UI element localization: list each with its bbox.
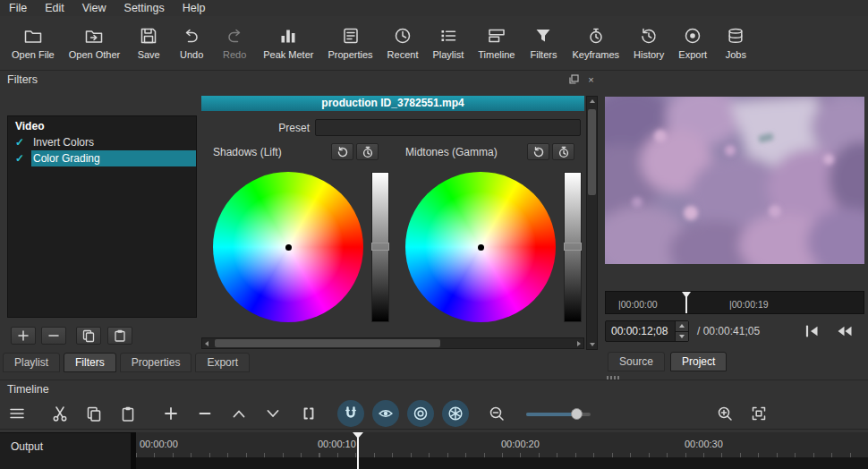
lift-button[interactable] bbox=[226, 400, 252, 427]
output-track-header[interactable]: Output bbox=[0, 432, 131, 469]
filter-item-invert-colors[interactable]: ✓ Invert Colors bbox=[8, 134, 196, 150]
tab-playlist[interactable]: Playlist bbox=[3, 353, 60, 372]
split-button[interactable] bbox=[295, 400, 322, 427]
zoom-slider-fill bbox=[526, 413, 575, 416]
current-time-value[interactable]: 00:00:12;08 bbox=[606, 321, 675, 341]
scrollbar-thumb[interactable] bbox=[588, 109, 596, 195]
scrub-while-dragging-toggle[interactable] bbox=[372, 400, 399, 427]
ripple-toggle[interactable] bbox=[407, 400, 434, 427]
timeline-menu-button[interactable] bbox=[4, 400, 30, 427]
tab-properties[interactable]: Properties bbox=[120, 353, 192, 372]
zoom-slider-handle[interactable] bbox=[571, 408, 583, 420]
open-file-button[interactable]: Open File bbox=[5, 19, 61, 65]
playlist-button[interactable]: Playlist bbox=[426, 19, 470, 65]
zoom-fit-button[interactable] bbox=[745, 400, 772, 427]
midtones-gamma-label: Midtones (Gamma) bbox=[405, 146, 498, 158]
tab-source[interactable]: Source bbox=[608, 352, 665, 371]
menu-settings[interactable]: Settings bbox=[115, 1, 174, 15]
overwrite-button[interactable] bbox=[260, 400, 286, 427]
keyframes-button[interactable]: Keyframes bbox=[566, 19, 625, 65]
wheel-marker[interactable] bbox=[285, 244, 292, 251]
properties-icon bbox=[341, 25, 361, 47]
scroll-down-icon[interactable] bbox=[590, 343, 595, 346]
filters-panel-header: Filters × bbox=[0, 71, 601, 89]
timeline-toolbar bbox=[0, 397, 868, 430]
wheel-marker[interactable] bbox=[478, 244, 484, 251]
undo-button[interactable]: Undo bbox=[171, 19, 212, 65]
midtones-reset-button[interactable] bbox=[527, 143, 549, 160]
scrollbar-thumb[interactable] bbox=[215, 339, 440, 347]
midtones-keyframes-button[interactable] bbox=[552, 143, 574, 160]
menu-help[interactable]: Help bbox=[174, 1, 215, 15]
close-icon[interactable]: × bbox=[585, 73, 597, 85]
open-other-icon bbox=[84, 25, 104, 47]
menu-file[interactable]: File bbox=[0, 1, 36, 15]
preview-playhead-handle[interactable] bbox=[682, 292, 691, 298]
export-button[interactable]: Export bbox=[672, 19, 713, 65]
tab-filters[interactable]: Filters bbox=[64, 353, 116, 372]
slider-handle[interactable] bbox=[371, 243, 389, 251]
tab-export[interactable]: Export bbox=[195, 353, 250, 372]
copy-filters-button[interactable] bbox=[76, 327, 101, 345]
slider-handle[interactable] bbox=[564, 243, 582, 251]
zoom-out-button[interactable] bbox=[483, 400, 510, 427]
ripple-all-tracks-toggle[interactable] bbox=[442, 400, 469, 427]
skip-to-start-button[interactable] bbox=[799, 321, 824, 341]
cut-button[interactable] bbox=[47, 400, 73, 427]
keyframes-icon bbox=[586, 25, 606, 47]
menu-view[interactable]: View bbox=[73, 1, 115, 15]
shadows-level-slider[interactable] bbox=[371, 172, 389, 322]
transport-controls bbox=[799, 321, 856, 341]
filters-icon bbox=[533, 25, 553, 47]
filter-list-header: Video bbox=[8, 116, 196, 134]
filters-button[interactable]: Filters bbox=[523, 19, 564, 65]
midtones-color-wheel[interactable] bbox=[405, 172, 556, 322]
ripple-delete-button[interactable] bbox=[191, 400, 218, 427]
peak-meter-button[interactable]: Peak Meter bbox=[257, 19, 319, 65]
append-button[interactable] bbox=[157, 400, 184, 427]
preset-input[interactable] bbox=[315, 119, 581, 136]
vertical-scrollbar[interactable] bbox=[586, 96, 598, 350]
undo-icon bbox=[182, 25, 201, 47]
scroll-up-icon[interactable] bbox=[590, 99, 595, 103]
zoom-in-button[interactable] bbox=[711, 400, 738, 427]
preview-scrubber[interactable]: |00:00:00 |00:00:19 bbox=[605, 291, 864, 314]
spin-up-icon[interactable] bbox=[676, 321, 688, 332]
shadows-reset-button[interactable] bbox=[331, 143, 353, 160]
tab-project[interactable]: Project bbox=[670, 352, 727, 371]
horizontal-scrollbar[interactable] bbox=[201, 337, 584, 349]
open-other-button[interactable]: Open Other bbox=[63, 19, 126, 65]
menu-edit[interactable]: Edit bbox=[36, 1, 73, 15]
float-icon[interactable] bbox=[568, 73, 580, 85]
checkbox-checked-icon[interactable]: ✓ bbox=[8, 150, 31, 166]
scroll-left-icon[interactable] bbox=[205, 341, 208, 346]
copy-button[interactable] bbox=[81, 400, 107, 427]
recent-button[interactable]: Recent bbox=[381, 19, 425, 65]
jobs-button[interactable]: Jobs bbox=[715, 19, 756, 65]
scroll-right-icon[interactable] bbox=[577, 341, 581, 346]
snap-toggle[interactable] bbox=[337, 400, 364, 427]
filter-item-color-grading[interactable]: ✓ Color Grading bbox=[8, 150, 196, 166]
history-button[interactable]: History bbox=[627, 19, 670, 65]
shadows-keyframes-button[interactable] bbox=[356, 143, 379, 160]
checkbox-checked-icon[interactable]: ✓ bbox=[8, 134, 31, 150]
timeline-ruler[interactable]: 00:00:00 00:00:10 00:00:20 00:00:30 bbox=[136, 432, 868, 457]
timeline-playhead[interactable] bbox=[357, 432, 359, 469]
timecode-spinner[interactable]: 00:00:12;08 bbox=[605, 320, 689, 342]
remove-filter-button[interactable] bbox=[41, 327, 66, 345]
add-filter-button[interactable] bbox=[11, 327, 36, 345]
paste-filters-button[interactable] bbox=[107, 327, 132, 345]
shadows-color-wheel[interactable] bbox=[213, 172, 363, 322]
main-toolbar: Open File Open Other Save Undo Redo Peak bbox=[0, 16, 868, 71]
save-button[interactable]: Save bbox=[128, 19, 169, 65]
rewind-button[interactable] bbox=[831, 321, 856, 341]
timeline-button[interactable]: Timeline bbox=[472, 19, 521, 65]
spin-down-icon[interactable] bbox=[676, 332, 688, 342]
properties-button[interactable]: Properties bbox=[321, 19, 379, 65]
recent-icon bbox=[393, 25, 413, 47]
timeline-track-area[interactable] bbox=[136, 457, 868, 469]
midtones-level-slider[interactable] bbox=[564, 172, 582, 322]
redo-button[interactable]: Redo bbox=[214, 19, 255, 65]
panel-window-controls: × bbox=[568, 73, 597, 85]
paste-button[interactable] bbox=[115, 400, 141, 427]
